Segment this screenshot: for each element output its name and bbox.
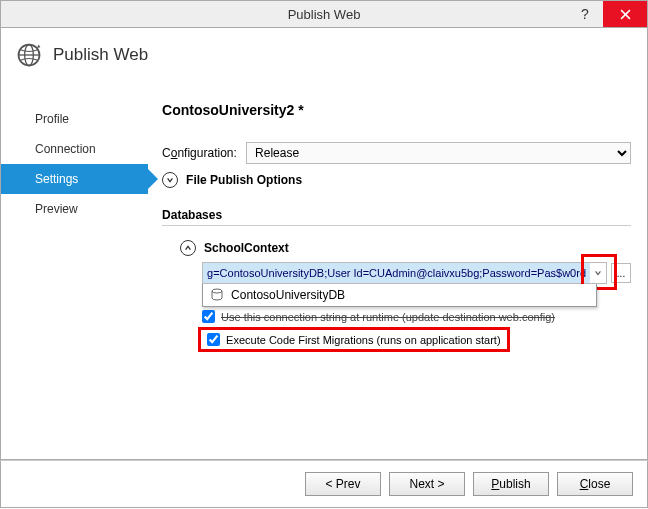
window-controls: ? <box>567 1 647 27</box>
db-icon <box>209 287 225 303</box>
main-panel: ContosoUniversity2 * Configuration: Rele… <box>148 82 647 459</box>
title-bar: Publish Web ? <box>0 0 648 28</box>
dropdown-item[interactable]: ContosoUniversityDB <box>203 284 596 306</box>
dialog-body: Profile Connection Settings Preview Cont… <box>0 82 648 460</box>
use-connection-runtime-checkbox-row: Use this connection string at runtime (u… <box>202 310 631 323</box>
dialog-footer: < Prev Next > Publish Close <box>0 460 648 508</box>
sidebar-item-label: Preview <box>35 202 78 216</box>
sidebar-item-connection[interactable]: Connection <box>1 134 148 164</box>
file-publish-options[interactable]: File Publish Options <box>162 172 631 188</box>
close-icon <box>620 9 631 20</box>
divider <box>162 225 631 226</box>
execute-migrations-row: Execute Code First Migrations (runs on a… <box>198 327 510 352</box>
use-connection-runtime-checkbox[interactable] <box>202 310 215 323</box>
configuration-select[interactable]: Release <box>246 142 631 164</box>
browse-button[interactable]: ... <box>611 263 631 283</box>
globe-icon <box>15 41 43 69</box>
connection-area: g=ContosoUniversityDB;User Id=CUAdmin@cl… <box>162 262 631 352</box>
svg-point-5 <box>212 289 222 293</box>
dropdown-item-label: ContosoUniversityDB <box>231 288 345 302</box>
sidebar-item-label: Profile <box>35 112 69 126</box>
connection-string-value: g=ContosoUniversityDB;User Id=CUAdmin@cl… <box>203 263 590 283</box>
connection-dropdown: ContosoUniversityDB <box>202 284 597 307</box>
connection-string-combobox[interactable]: g=ContosoUniversityDB;User Id=CUAdmin@cl… <box>202 262 607 284</box>
next-button[interactable]: Next > <box>389 472 465 496</box>
execute-migrations-label: Execute Code First Migrations (runs on a… <box>226 334 501 346</box>
sidebar-item-label: Settings <box>35 172 78 186</box>
connection-string-row: g=ContosoUniversityDB;User Id=CUAdmin@cl… <box>202 262 631 284</box>
sidebar: Profile Connection Settings Preview <box>1 82 148 459</box>
project-name: ContosoUniversity2 * <box>162 102 631 118</box>
sidebar-item-profile[interactable]: Profile <box>1 104 148 134</box>
publish-button[interactable]: Publish <box>473 472 549 496</box>
help-button[interactable]: ? <box>567 1 603 27</box>
sidebar-item-label: Connection <box>35 142 96 156</box>
sidebar-item-preview[interactable]: Preview <box>1 194 148 224</box>
window-title: Publish Web <box>288 7 361 22</box>
prev-button[interactable]: < Prev <box>305 472 381 496</box>
dialog-header: Publish Web <box>0 28 648 82</box>
execute-migrations-checkbox[interactable] <box>207 333 220 346</box>
expand-icon <box>162 172 178 188</box>
close-window-button[interactable] <box>603 1 647 27</box>
configuration-label: Configuration: <box>162 146 246 160</box>
close-button[interactable]: Close <box>557 472 633 496</box>
collapse-icon <box>180 240 196 256</box>
databases-section-label: Databases <box>162 208 631 222</box>
dialog-title: Publish Web <box>53 45 148 65</box>
sidebar-item-settings[interactable]: Settings <box>1 164 148 194</box>
context-name: SchoolContext <box>204 241 289 255</box>
use-connection-runtime-label: Use this connection string at runtime (u… <box>221 311 555 323</box>
schoolcontext-header[interactable]: SchoolContext <box>180 240 631 256</box>
chevron-down-icon <box>590 269 606 277</box>
configuration-row: Configuration: Release <box>162 142 631 164</box>
fpo-label: File Publish Options <box>186 173 302 187</box>
